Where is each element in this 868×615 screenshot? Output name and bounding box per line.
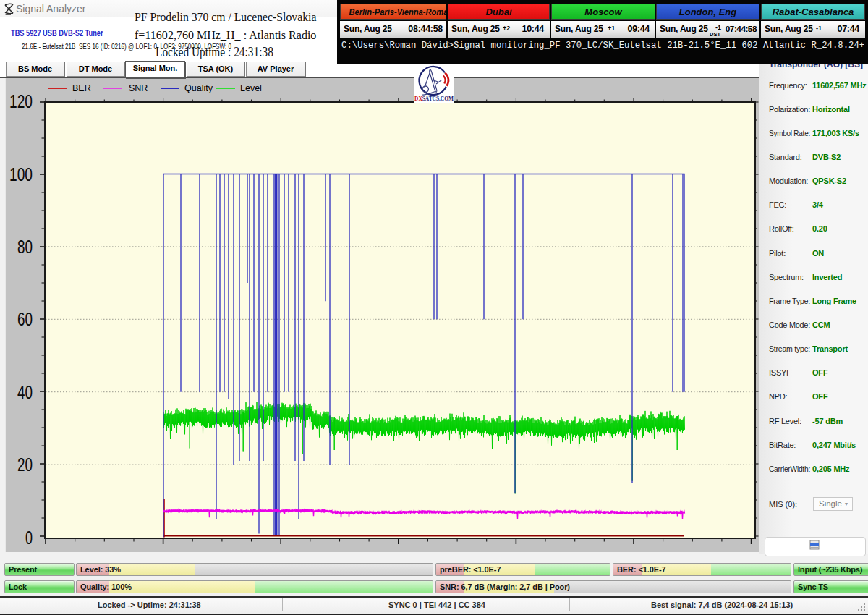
svg-text:60: 60 xyxy=(17,308,33,330)
svg-text:40: 40 xyxy=(17,381,33,403)
svg-text:20: 20 xyxy=(17,454,33,475)
svg-text:100: 100 xyxy=(9,164,33,185)
svg-text:120: 120 xyxy=(9,90,33,112)
svg-text:0: 0 xyxy=(25,527,33,548)
svg-text:80: 80 xyxy=(17,236,33,258)
svg-text:DXSATCS.COM: DXSATCS.COM xyxy=(414,96,454,102)
